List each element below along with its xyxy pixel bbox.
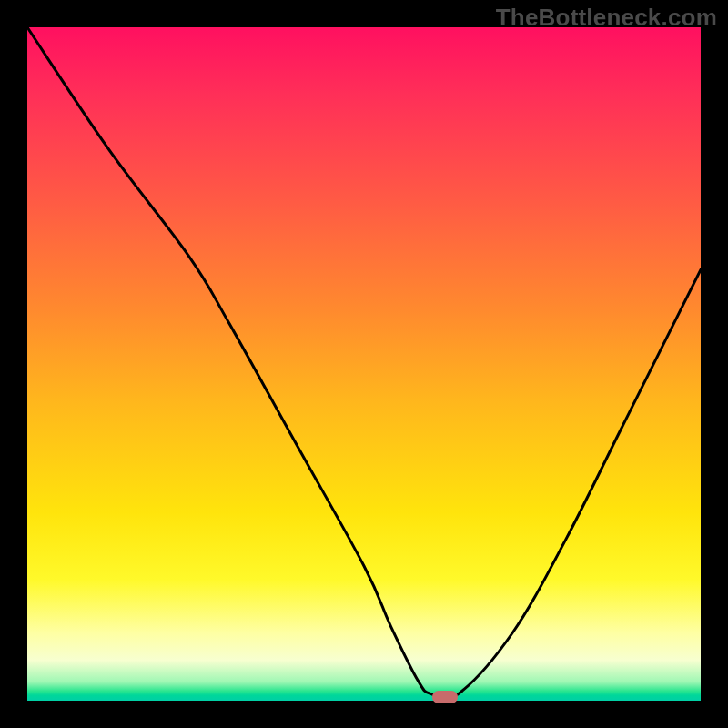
bottleneck-curve bbox=[27, 27, 701, 701]
chart-frame: TheBottleneck.com bbox=[0, 0, 728, 728]
plot-area bbox=[27, 27, 701, 701]
optimal-marker bbox=[432, 691, 458, 703]
